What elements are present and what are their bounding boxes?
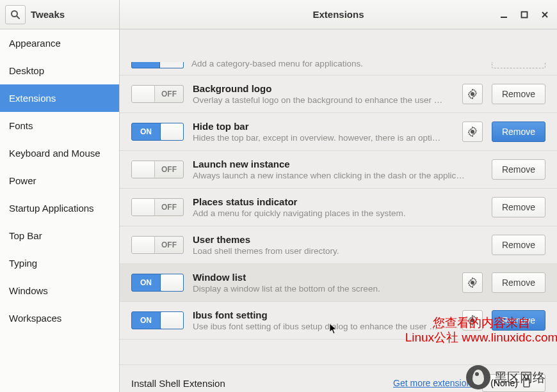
close-button[interactable] bbox=[540, 10, 549, 19]
sidebar-item-startup-applications[interactable]: Startup Applications bbox=[0, 194, 119, 222]
extension-settings-button[interactable] bbox=[462, 272, 483, 293]
gear-icon bbox=[467, 89, 478, 99]
extension-toggle[interactable]: ON bbox=[131, 311, 184, 329]
window-controls bbox=[499, 10, 549, 19]
extensions-list[interactable]: Add a category-based menu for applicatio… bbox=[120, 29, 557, 358]
svg-line-1 bbox=[17, 16, 20, 19]
extension-row: OFFBackground logoOverlay a tasteful log… bbox=[120, 75, 557, 113]
extension-description: Load shell themes from user directory. bbox=[193, 246, 483, 256]
extension-toggle[interactable]: OFF bbox=[131, 236, 184, 254]
search-button[interactable] bbox=[5, 5, 26, 24]
maximize-icon bbox=[521, 11, 528, 19]
extension-toggle[interactable] bbox=[131, 62, 184, 68]
install-label: Install Shell Extension bbox=[131, 378, 225, 389]
sidebar-item-windows[interactable]: Windows bbox=[0, 277, 119, 304]
search-icon bbox=[10, 10, 20, 20]
gear-icon bbox=[467, 315, 478, 325]
install-file-chooser[interactable]: (None) bbox=[482, 374, 545, 392]
extension-toggle[interactable]: OFF bbox=[131, 85, 184, 103]
extension-name: Window list bbox=[193, 272, 453, 283]
headerbar: Tweaks Extensions bbox=[0, 0, 557, 29]
extension-text: Launch new instanceAlways launch a new i… bbox=[193, 159, 483, 180]
extension-row: ONIbus font settingUse ibus font setting… bbox=[120, 302, 557, 340]
sidebar-item-extensions[interactable]: Extensions bbox=[0, 84, 119, 112]
extension-text: Window listDisplay a window list at the … bbox=[193, 272, 453, 294]
sidebar-item-power[interactable]: Power bbox=[0, 167, 119, 194]
extension-row: ONHide top barHides the top bar, except … bbox=[120, 113, 557, 151]
maximize-button[interactable] bbox=[520, 10, 529, 19]
remove-button[interactable]: Remove bbox=[492, 272, 545, 293]
extension-description: Add a category-based menu for applicatio… bbox=[191, 59, 484, 68]
extension-description: Use ibus font setting of ibus setup dial… bbox=[193, 322, 453, 331]
remove-button[interactable]: Remove bbox=[492, 122, 545, 142]
sidebar-item-desktop[interactable]: Desktop bbox=[0, 57, 119, 84]
extension-text: Places status indicatorAdd a menu for qu… bbox=[193, 196, 483, 218]
content-pane: Add a category-based menu for applicatio… bbox=[120, 29, 557, 392]
extension-description: Always launch a new instance when clicki… bbox=[193, 171, 483, 180]
remove-button[interactable]: Remove bbox=[492, 235, 545, 255]
extension-name: Launch new instance bbox=[193, 159, 483, 169]
extension-description: Add a menu for quickly navigating places… bbox=[193, 208, 483, 218]
extension-row: OFFUser themesLoad shell themes from use… bbox=[120, 226, 557, 264]
extension-row: ONWindow listDisplay a window list at th… bbox=[120, 264, 557, 302]
sidebar-item-workspaces[interactable]: Workspaces bbox=[0, 304, 119, 332]
sidebar-item-typing[interactable]: Typing bbox=[0, 249, 119, 277]
extension-text: Background logoOverlay a tasteful logo o… bbox=[193, 83, 453, 105]
page-title: Extensions bbox=[312, 9, 364, 20]
extension-row-partial: Add a category-based menu for applicatio… bbox=[120, 29, 557, 75]
minimize-icon bbox=[500, 11, 508, 19]
sidebar-item-keyboard-and-mouse[interactable]: Keyboard and Mouse bbox=[0, 139, 119, 167]
sidebar-item-fonts[interactable]: Fonts bbox=[0, 112, 119, 139]
sidebar: AppearanceDesktopExtensionsFontsKeyboard… bbox=[0, 29, 120, 392]
extension-toggle[interactable]: OFF bbox=[131, 198, 184, 216]
install-bar: Install Shell Extension Get more extensi… bbox=[120, 365, 557, 392]
extension-name: Ibus font setting bbox=[193, 310, 453, 320]
sidebar-item-appearance[interactable]: Appearance bbox=[0, 29, 119, 57]
headerbar-left: Tweaks bbox=[0, 0, 120, 29]
extension-row: OFFLaunch new instanceAlways launch a ne… bbox=[120, 151, 557, 189]
extension-settings-button[interactable] bbox=[462, 310, 483, 331]
extension-name: Background logo bbox=[193, 83, 453, 94]
sidebar-item-top-bar[interactable]: Top Bar bbox=[0, 222, 119, 249]
gear-icon bbox=[467, 127, 478, 137]
extension-name: Hide top bar bbox=[193, 121, 453, 132]
gear-icon bbox=[467, 278, 478, 288]
install-file-chooser-label: (None) bbox=[490, 378, 518, 388]
extension-description: Overlay a tasteful logo on the backgroun… bbox=[193, 95, 453, 105]
extension-name: Places status indicator bbox=[193, 196, 483, 207]
extension-row: OFFPlaces status indicatorAdd a menu for… bbox=[120, 189, 557, 226]
remove-button[interactable]: Remove bbox=[492, 197, 545, 217]
close-icon bbox=[541, 11, 549, 19]
svg-rect-2 bbox=[501, 17, 507, 18]
extension-settings-button[interactable] bbox=[462, 84, 483, 104]
app-title: Tweaks bbox=[31, 9, 65, 20]
minimize-button[interactable] bbox=[499, 10, 508, 19]
remove-button[interactable]: Remove bbox=[492, 310, 545, 331]
get-more-extensions-link[interactable]: Get more extensions bbox=[393, 378, 476, 388]
remove-button[interactable] bbox=[492, 62, 545, 68]
svg-rect-6 bbox=[524, 380, 529, 387]
extension-description: Hides the top bar, except in overview. h… bbox=[193, 133, 453, 143]
svg-rect-3 bbox=[522, 12, 528, 17]
document-open-icon bbox=[522, 377, 533, 389]
extension-toggle[interactable]: OFF bbox=[131, 161, 184, 178]
extension-description: Display a window list at the bottom of t… bbox=[193, 284, 453, 294]
svg-point-0 bbox=[12, 11, 17, 17]
extension-toggle[interactable]: ON bbox=[131, 123, 184, 141]
main-content: AppearanceDesktopExtensionsFontsKeyboard… bbox=[0, 29, 557, 392]
extension-text: User themesLoad shell themes from user d… bbox=[193, 234, 483, 256]
extension-toggle[interactable]: ON bbox=[131, 274, 184, 292]
headerbar-right: Extensions bbox=[120, 0, 557, 29]
remove-button[interactable]: Remove bbox=[492, 84, 545, 104]
extension-settings-button[interactable] bbox=[462, 122, 483, 142]
remove-button[interactable]: Remove bbox=[492, 159, 545, 180]
extension-text: Ibus font settingUse ibus font setting o… bbox=[193, 310, 453, 331]
extension-name: User themes bbox=[193, 234, 483, 245]
extension-text: Hide top barHides the top bar, except in… bbox=[193, 121, 453, 143]
